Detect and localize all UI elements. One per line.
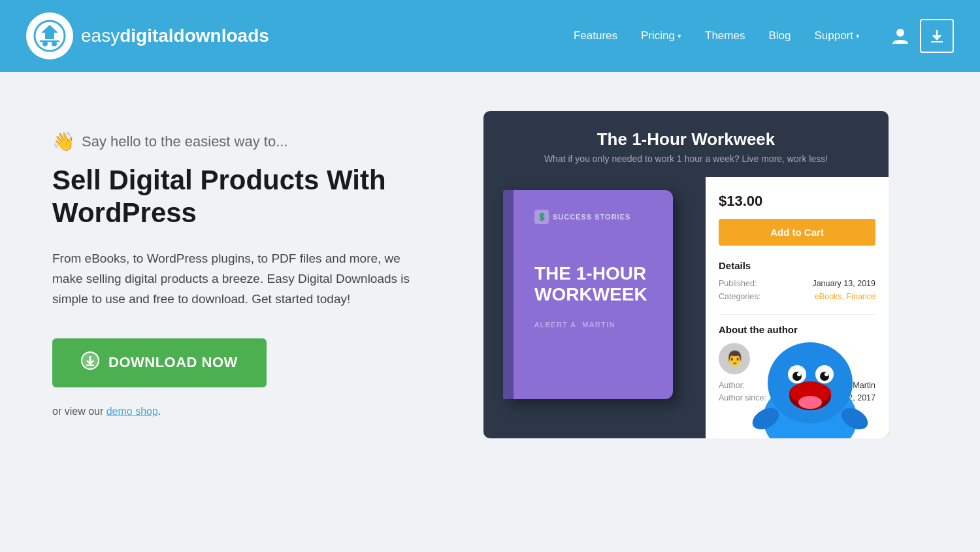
details-section-title: Details: [719, 260, 875, 271]
user-account-button[interactable]: [890, 25, 911, 46]
svg-point-19: [798, 396, 822, 409]
svg-point-16: [825, 372, 828, 376]
hero-title: Sell Digital Products With WordPress: [52, 164, 431, 230]
product-card-subtitle: What if you only needed to work 1 hour a…: [503, 154, 869, 164]
author-name-label: Author:: [719, 381, 745, 390]
download-now-button[interactable]: DOWNLOAD NOW: [52, 338, 267, 387]
logo-text: easydigitaldownloads: [81, 25, 269, 46]
nav-icons: [890, 19, 954, 53]
demo-shop-link[interactable]: demo shop: [106, 406, 158, 417]
product-price: $13.00: [719, 193, 875, 210]
nav-pricing[interactable]: Pricing ▾: [641, 29, 681, 42]
product-card-title: The 1-Hour Workweek: [503, 129, 869, 150]
book-cover-area: 💲 SUCCESS STORIES THE 1-HOUR WORKWEEK AL…: [483, 177, 706, 438]
main-nav: Features Pricing ▾ Themes Blog Support ▾: [574, 19, 954, 53]
book-badge-icon: 💲: [534, 210, 549, 224]
hero-right-content: The 1-Hour Workweek What if you only nee…: [483, 111, 928, 438]
categories-label: Categories:: [719, 292, 760, 301]
published-row: Published: January 13, 2019: [719, 279, 875, 288]
logo-link[interactable]: easydigitaldownloads: [26, 12, 269, 59]
details-section: Details Published: January 13, 2019 Cate…: [719, 260, 875, 301]
download-btn-icon: [81, 351, 99, 374]
categories-row: Categories: eBooks, Finance: [719, 292, 875, 301]
support-chevron-icon: ▾: [856, 32, 860, 41]
nav-blog[interactable]: Blog: [768, 29, 791, 42]
logo-icon: [26, 12, 73, 59]
download-cta-button[interactable]: [920, 19, 954, 53]
product-card-header: The 1-Hour Workweek What if you only nee…: [483, 111, 889, 177]
add-to-cart-button[interactable]: Add to Cart: [719, 219, 875, 246]
details-divider: [719, 314, 875, 315]
categories-value[interactable]: eBooks, Finance: [815, 292, 875, 301]
book-main-title: THE 1-HOUR WORKWEEK: [534, 263, 655, 305]
svg-point-15: [797, 372, 801, 376]
site-header: easydigitaldownloads Features Pricing ▾ …: [0, 0, 980, 72]
book-cover: 💲 SUCCESS STORIES THE 1-HOUR WORKWEEK AL…: [503, 190, 673, 399]
published-value: January 13, 2019: [812, 279, 875, 288]
pricing-chevron-icon: ▾: [678, 32, 681, 41]
demo-shop-text: or view our demo shop.: [52, 406, 431, 417]
mascot-image: [751, 327, 869, 438]
published-label: Published:: [719, 279, 757, 288]
hero-description: From eBooks, to WordPress plugins, to PD…: [52, 248, 431, 310]
book-badge: 💲 SUCCESS STORIES: [534, 210, 655, 224]
book-badge-text: SUCCESS STORIES: [553, 213, 630, 221]
wave-icon: 👋: [52, 131, 75, 152]
product-card: The 1-Hour Workweek What if you only nee…: [483, 111, 889, 438]
nav-support[interactable]: Support ▾: [814, 29, 860, 42]
hero-left-content: 👋 Say hello to the easiest way to... Sel…: [52, 111, 431, 417]
book-author: ALBERT A. MARTIN: [534, 321, 655, 329]
hero-tagline: 👋 Say hello to the easiest way to...: [52, 131, 431, 152]
nav-features[interactable]: Features: [574, 29, 617, 42]
author-avatar: 👨: [719, 343, 750, 374]
svg-point-3: [896, 29, 904, 37]
svg-rect-5: [931, 41, 943, 42]
nav-themes[interactable]: Themes: [705, 29, 745, 42]
hero-section: 👋 Say hello to the easiest way to... Sel…: [0, 72, 980, 552]
